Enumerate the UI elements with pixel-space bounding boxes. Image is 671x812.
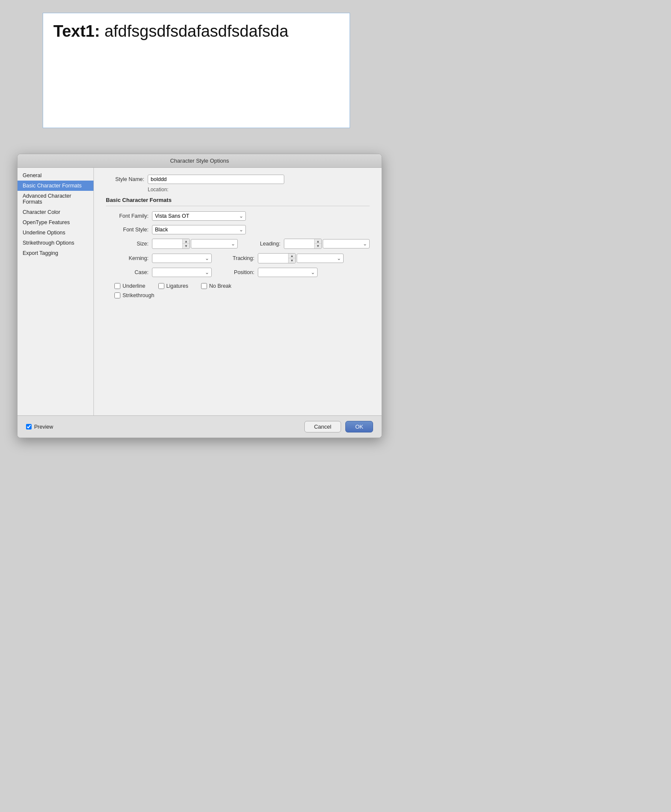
size-leading-row: Size: ▲ ▼ Leading: ▲ bbox=[106, 239, 370, 249]
leading-spinner[interactable]: ▲ ▼ bbox=[284, 239, 322, 249]
dialog-footer: Preview Cancel OK bbox=[18, 415, 382, 438]
case-select-wrapper[interactable] bbox=[152, 268, 212, 277]
text-preview-bold: Text1: bbox=[53, 22, 100, 40]
tracking-unit-select-wrapper[interactable] bbox=[297, 254, 344, 263]
tracking-spinner-buttons: ▲ ▼ bbox=[288, 254, 295, 263]
checkbox-group-2: Strikethrough bbox=[114, 292, 370, 298]
size-unit-select-wrapper[interactable] bbox=[191, 239, 238, 248]
style-name-row: Style Name: bbox=[106, 175, 370, 184]
main-content: Style Name: Location: Basic Character Fo… bbox=[94, 168, 382, 415]
leading-increment-button[interactable]: ▲ bbox=[315, 239, 321, 244]
location-row: Location: bbox=[106, 187, 370, 193]
font-style-label: Font Style: bbox=[106, 227, 149, 233]
font-style-row: Font Style: Black bbox=[106, 225, 370, 234]
ligatures-label: Ligatures bbox=[166, 283, 188, 289]
sidebar: General Basic Character Formats Advanced… bbox=[18, 168, 94, 415]
text-preview-normal: afdfsgsdfsdafasdfsdafsda bbox=[100, 22, 289, 40]
font-style-select[interactable]: Black bbox=[152, 225, 246, 234]
font-family-label: Font Family: bbox=[106, 213, 149, 219]
checkbox-group-1: Underline Ligatures No Break bbox=[114, 283, 370, 289]
size-increment-button[interactable]: ▲ bbox=[183, 239, 190, 244]
size-decrement-button[interactable]: ▼ bbox=[183, 244, 190, 248]
dialog-title: Character Style Options bbox=[170, 158, 229, 164]
no-break-label: No Break bbox=[209, 283, 231, 289]
strikethrough-label: Strikethrough bbox=[123, 292, 154, 298]
leading-label: Leading: bbox=[246, 241, 280, 247]
case-position-row: Case: Position: bbox=[106, 268, 370, 277]
style-name-label: Style Name: bbox=[106, 176, 144, 182]
kerning-tracking-row: Kerning: Tracking: ▲ ▼ bbox=[106, 253, 370, 263]
sidebar-item-strikethrough-options[interactable]: Strikethrough Options bbox=[18, 238, 93, 248]
sidebar-item-opentype-features[interactable]: OpenType Features bbox=[18, 217, 93, 228]
leading-unit-select[interactable] bbox=[323, 239, 370, 248]
font-family-row: Font Family: Vista Sans OT bbox=[106, 211, 370, 221]
sidebar-item-advanced-character-formats[interactable]: Advanced Character Formats bbox=[18, 191, 93, 207]
leading-input[interactable] bbox=[284, 240, 314, 248]
position-label: Position: bbox=[220, 269, 254, 275]
kerning-select-wrapper[interactable] bbox=[152, 254, 212, 263]
character-style-dialog: Character Style Options General Basic Ch… bbox=[17, 154, 382, 438]
sidebar-item-underline-options[interactable]: Underline Options bbox=[18, 228, 93, 238]
position-select-wrapper[interactable] bbox=[258, 268, 318, 277]
tracking-unit-select[interactable] bbox=[297, 254, 344, 263]
underline-checkbox-item[interactable]: Underline bbox=[114, 283, 146, 289]
case-label: Case: bbox=[106, 269, 149, 275]
section-title: Basic Character Formats bbox=[106, 197, 370, 206]
size-spinner[interactable]: ▲ ▼ bbox=[152, 239, 190, 249]
tracking-decrement-button[interactable]: ▼ bbox=[289, 258, 295, 263]
position-select[interactable] bbox=[258, 268, 318, 277]
location-label: Location: bbox=[148, 187, 169, 193]
cancel-button[interactable]: Cancel bbox=[304, 421, 341, 432]
kerning-select[interactable] bbox=[152, 254, 212, 263]
size-label: Size: bbox=[106, 241, 149, 247]
dialog-titlebar: Character Style Options bbox=[18, 154, 382, 168]
tracking-spinner[interactable]: ▲ ▼ bbox=[258, 253, 296, 263]
size-input[interactable] bbox=[152, 240, 182, 248]
sidebar-item-character-color[interactable]: Character Color bbox=[18, 207, 93, 217]
text-preview-content: Text1: afdfsgsdfsdafasdfsdafsda bbox=[53, 22, 339, 41]
font-family-select[interactable]: Vista Sans OT bbox=[152, 211, 246, 221]
kerning-label: Kerning: bbox=[106, 255, 149, 261]
size-unit-select[interactable] bbox=[191, 239, 238, 248]
leading-spinner-buttons: ▲ ▼ bbox=[314, 239, 321, 248]
font-family-select-wrapper[interactable]: Vista Sans OT bbox=[152, 211, 246, 221]
sidebar-item-general[interactable]: General bbox=[18, 170, 93, 181]
text-preview-container: Text1: afdfsgsdfsdafasdfsdafsda bbox=[43, 13, 350, 128]
style-name-input[interactable] bbox=[148, 175, 284, 184]
sidebar-item-basic-character-formats[interactable]: Basic Character Formats bbox=[18, 181, 93, 191]
underline-checkbox[interactable] bbox=[114, 283, 120, 289]
case-select[interactable] bbox=[152, 268, 212, 277]
no-break-checkbox[interactable] bbox=[201, 283, 207, 289]
preview-checkbox-item[interactable]: Preview bbox=[26, 424, 53, 430]
no-break-checkbox-item[interactable]: No Break bbox=[201, 283, 231, 289]
leading-unit-select-wrapper[interactable] bbox=[323, 239, 370, 248]
tracking-increment-button[interactable]: ▲ bbox=[289, 254, 295, 258]
footer-buttons: Cancel OK bbox=[304, 421, 373, 432]
tracking-label: Tracking: bbox=[220, 255, 254, 261]
ok-button[interactable]: OK bbox=[345, 421, 373, 432]
tracking-input[interactable] bbox=[258, 254, 288, 263]
preview-label: Preview bbox=[34, 424, 53, 430]
underline-label: Underline bbox=[123, 283, 146, 289]
preview-checkbox[interactable] bbox=[26, 424, 32, 429]
leading-decrement-button[interactable]: ▼ bbox=[315, 244, 321, 248]
size-spinner-buttons: ▲ ▼ bbox=[182, 239, 190, 248]
ligatures-checkbox-item[interactable]: Ligatures bbox=[158, 283, 188, 289]
strikethrough-checkbox-item[interactable]: Strikethrough bbox=[114, 292, 154, 298]
ligatures-checkbox[interactable] bbox=[158, 283, 164, 289]
sidebar-item-export-tagging[interactable]: Export Tagging bbox=[18, 248, 93, 258]
font-style-select-wrapper[interactable]: Black bbox=[152, 225, 246, 234]
dialog-body: General Basic Character Formats Advanced… bbox=[18, 168, 382, 415]
strikethrough-checkbox[interactable] bbox=[114, 292, 120, 298]
